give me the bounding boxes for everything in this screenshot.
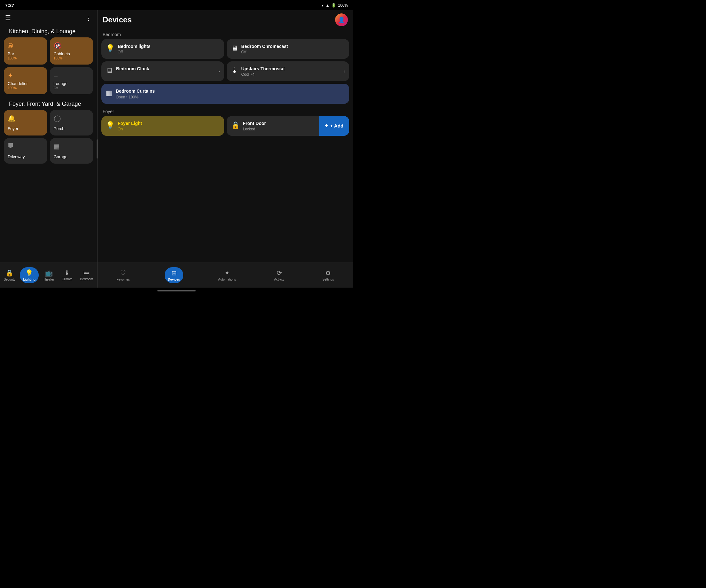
foyer-icon: 🔔 <box>8 114 43 122</box>
nav-security-label: Security <box>4 278 15 281</box>
lounge-icon: ⎽ <box>54 72 89 79</box>
nav-favorites[interactable]: ♡ Favorites <box>114 267 133 283</box>
more-icon[interactable]: ⋮ <box>85 14 92 22</box>
home-bar <box>157 290 196 291</box>
bottom-nav-left: 🔒 Security 💡 Lighting 📺 Theater 🌡 Climat… <box>0 262 97 288</box>
devices-scroll: Bedroom 💡 Bedroom lights Off 🖥 Bedroom C… <box>97 30 353 262</box>
add-plus: + <box>325 122 328 129</box>
automations-icon: ✦ <box>225 269 230 277</box>
home-indicator <box>0 288 353 294</box>
signal-icon: ▲ <box>325 3 329 8</box>
porch-icon: ◯ <box>54 114 89 122</box>
bedroom-lights-status: Off <box>118 50 220 54</box>
porch-card[interactable]: ◯ Porch <box>50 110 93 135</box>
nav-bedroom[interactable]: 🛏 Bedroom <box>77 267 96 283</box>
bedroom-lights-content: Bedroom lights Off <box>118 43 220 54</box>
clock-content: Bedroom Clock <box>116 66 220 72</box>
bar-card[interactable]: ⛁ Bar 100% <box>4 37 47 65</box>
bottom-nav-right: ♡ Favorites ⊞ Devices ✦ Automations ⟳ Ac… <box>97 262 353 288</box>
section-kitchen: Kitchen, Dining, & Lounge <box>4 24 93 37</box>
nav-lighting-label: Lighting <box>23 278 36 281</box>
cabinets-icon: 🚱 <box>54 42 89 49</box>
devices-title: Devices <box>103 15 132 24</box>
right-header: Devices 👤 <box>97 10 353 30</box>
clock-icon: 🖥 <box>106 67 113 75</box>
climate-icon: 🌡 <box>64 269 70 277</box>
chromecast-icon: 🖥 <box>231 44 238 52</box>
kitchen-grid: ⛁ Bar 100% 🚱 Cabinets 100% ✦ <box>4 37 93 94</box>
nav-settings[interactable]: ⚙ Settings <box>319 267 337 283</box>
add-label: + Add <box>330 123 343 128</box>
nav-activity[interactable]: ⟳ Activity <box>271 267 287 283</box>
foyer-card[interactable]: 🔔 Foyer <box>4 110 47 135</box>
main-container: ☰ ⋮ Kitchen, Dining, & Lounge ⛁ Bar 100%… <box>0 10 353 288</box>
nav-lighting[interactable]: 💡 Lighting <box>20 267 39 283</box>
nav-theater[interactable]: 📺 Theater <box>40 267 57 283</box>
theater-icon: 📺 <box>45 269 53 277</box>
settings-icon: ⚙ <box>325 269 331 277</box>
foyer-light-tile[interactable]: 💡 Foyer Light On <box>101 116 224 136</box>
status-bar: 7:37 ▾ ▲ 🔋 100% <box>0 0 353 10</box>
foyer-light-name: Foyer Light <box>118 121 220 126</box>
garage-name: Garage <box>54 154 89 159</box>
nav-automations[interactable]: ✦ Automations <box>215 267 239 283</box>
garage-icon: ▦ <box>54 142 89 150</box>
nav-favorites-label: Favorites <box>117 278 130 281</box>
avatar[interactable]: 👤 <box>335 13 348 26</box>
chandelier-card[interactable]: ✦ Chandelier 100% <box>4 67 47 94</box>
thermostat-icon: 🌡 <box>231 67 238 75</box>
bedroom-lights-tile[interactable]: 💡 Bedroom lights Off <box>101 39 224 59</box>
chromecast-status: Off <box>241 50 345 54</box>
driveway-card[interactable]: ⛊ Driveway <box>4 138 47 164</box>
chandelier-name: Chandelier <box>8 81 43 86</box>
bar-status: 100% <box>8 56 43 60</box>
bedroom-devices-grid: 💡 Bedroom lights Off 🖥 Bedroom Chromecas… <box>101 39 349 104</box>
nav-climate-label: Climate <box>62 278 73 281</box>
devices-icon: ⊞ <box>171 269 177 277</box>
foyer-section-title: Foyer <box>101 107 349 116</box>
right-panel: Devices 👤 Bedroom 💡 Bedroom lights Off 🖥 <box>97 10 353 288</box>
lighting-icon: 💡 <box>25 269 33 277</box>
foyer-devices-grid: 💡 Foyer Light On 🔒 Front Door Locked + +… <box>101 116 349 136</box>
nav-devices[interactable]: ⊞ Devices <box>165 267 183 283</box>
nav-theater-label: Theater <box>43 278 54 281</box>
bar-name: Bar <box>8 51 43 56</box>
panel-divider <box>97 10 97 288</box>
lounge-name: Lounge <box>54 81 89 86</box>
driveway-name: Driveway <box>8 154 43 159</box>
front-door-tile[interactable]: 🔒 Front Door Locked + + Add <box>227 116 350 136</box>
nav-settings-label: Settings <box>322 278 334 281</box>
garage-card[interactable]: ▦ Garage <box>50 138 93 164</box>
battery-percent: 100% <box>338 3 348 8</box>
cabinets-name: Cabinets <box>54 51 89 56</box>
add-button[interactable]: + + Add <box>319 116 349 136</box>
clock-name: Bedroom Clock <box>116 66 220 72</box>
nav-climate[interactable]: 🌡 Climate <box>58 267 76 283</box>
foyer-grid: 🔔 Foyer ◯ Porch ⛊ Driveway <box>4 110 93 164</box>
nav-activity-label: Activity <box>274 278 284 281</box>
status-icons: ▾ ▲ 🔋 100% <box>322 3 348 8</box>
bedroom-lights-icon: 💡 <box>106 44 114 52</box>
nav-devices-label: Devices <box>168 278 180 281</box>
curtains-icon: ▦ <box>106 89 113 97</box>
nav-bedroom-label: Bedroom <box>80 278 93 281</box>
foyer-light-icon: 💡 <box>106 121 114 129</box>
menu-icon[interactable]: ☰ <box>5 14 11 22</box>
bedroom-chromecast-tile[interactable]: 🖥 Bedroom Chromecast Off <box>227 39 350 59</box>
foyer-light-status: On <box>118 127 220 131</box>
bar-icon: ⛁ <box>8 42 43 49</box>
bedroom-lights-name: Bedroom lights <box>118 43 220 49</box>
foyer-light-content: Foyer Light On <box>118 121 220 131</box>
lounge-card[interactable]: ⎽ Lounge Off <box>50 67 93 94</box>
curtains-tile[interactable]: ▦ Bedroom Curtains Open • 100% <box>101 84 349 103</box>
left-header: ☰ ⋮ <box>0 10 97 24</box>
cabinets-card[interactable]: 🚱 Cabinets 100% <box>50 37 93 65</box>
thermostat-tile[interactable]: 🌡 Upstairs Thermostat Cool 74 › <box>227 61 350 81</box>
chromecast-content: Bedroom Chromecast Off <box>241 43 345 54</box>
activity-icon: ⟳ <box>277 269 282 277</box>
bedroom-clock-tile[interactable]: 🖥 Bedroom Clock › <box>101 61 224 81</box>
battery-icon: 🔋 <box>331 3 336 8</box>
nav-security[interactable]: 🔒 Security <box>1 267 18 283</box>
chandelier-icon: ✦ <box>8 72 43 79</box>
rooms-scroll: Kitchen, Dining, & Lounge ⛁ Bar 100% 🚱 C… <box>0 24 97 262</box>
